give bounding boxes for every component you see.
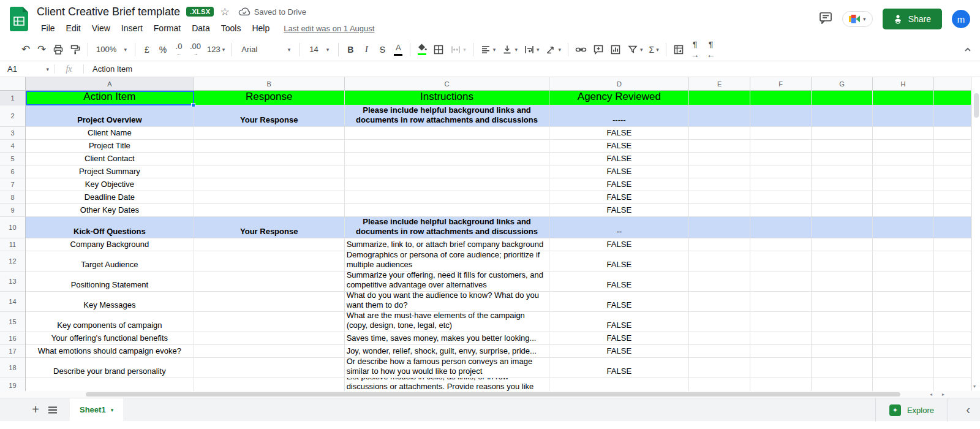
- cell-C14[interactable]: What do you want the audience to know? W…: [345, 292, 550, 312]
- cell-H17[interactable]: [873, 345, 934, 358]
- cell-B11[interactable]: [194, 238, 345, 251]
- row-header-9[interactable]: 9: [0, 204, 26, 217]
- menu-insert[interactable]: Insert: [117, 22, 147, 34]
- cell-H7[interactable]: [873, 178, 934, 191]
- insert-chart-icon[interactable]: [608, 42, 624, 58]
- strikethrough-icon[interactable]: S: [375, 42, 390, 58]
- cell-F14[interactable]: [750, 292, 812, 312]
- cell-E12[interactable]: [689, 251, 750, 271]
- cell-H1[interactable]: [873, 91, 934, 105]
- cell-E17[interactable]: [689, 345, 750, 358]
- cell-A14[interactable]: Key Messages: [26, 292, 194, 312]
- cell-C2[interactable]: Please include helpful background links …: [345, 105, 550, 127]
- cell-A17[interactable]: What emotions should campaign evoke?: [26, 345, 194, 358]
- cell-F11[interactable]: [750, 238, 812, 251]
- column-header-D[interactable]: D: [549, 77, 689, 91]
- cell-H18[interactable]: [873, 358, 934, 378]
- cell-E2[interactable]: [689, 105, 750, 127]
- cell-G16[interactable]: [812, 332, 873, 345]
- cell-H14[interactable]: [873, 292, 934, 312]
- cell-F17[interactable]: [750, 345, 812, 358]
- cell-D9[interactable]: FALSE: [549, 204, 689, 217]
- row-header-17[interactable]: 17: [0, 345, 26, 358]
- cell-X3[interactable]: [934, 127, 971, 140]
- cell-H5[interactable]: [873, 153, 934, 165]
- scroll-right-arrow[interactable]: ▸: [942, 392, 944, 397]
- cell-C12[interactable]: Demographics or persona of core audience…: [345, 251, 550, 271]
- cell-X18[interactable]: [934, 358, 971, 378]
- cell-D5[interactable]: FALSE: [549, 153, 689, 165]
- cell-C6[interactable]: [345, 165, 550, 178]
- cell-B18[interactable]: [194, 358, 345, 378]
- row-header-16[interactable]: 16: [0, 332, 26, 345]
- cell-G11[interactable]: [812, 238, 873, 251]
- cell-A12[interactable]: Target Audience: [26, 251, 194, 271]
- cell-H4[interactable]: [873, 140, 934, 153]
- row-header-14[interactable]: 14: [0, 292, 26, 312]
- cell-G9[interactable]: [812, 204, 873, 217]
- cell-E18[interactable]: [689, 358, 750, 378]
- sheets-logo-icon[interactable]: [9, 6, 29, 32]
- cell-F7[interactable]: [750, 178, 812, 191]
- cell-D17[interactable]: FALSE: [549, 345, 689, 358]
- cell-X17[interactable]: [934, 345, 971, 358]
- cell-G1[interactable]: [812, 91, 873, 105]
- scroll-down-arrow[interactable]: ▾: [973, 384, 976, 389]
- text-rotation-icon[interactable]: ▾: [543, 42, 564, 58]
- pivot-table-icon[interactable]: [671, 42, 687, 58]
- cell-E15[interactable]: [689, 312, 750, 332]
- cell-G19[interactable]: [812, 378, 873, 391]
- cell-H10[interactable]: [873, 217, 934, 238]
- cell-G2[interactable]: [812, 105, 873, 127]
- cell-G18[interactable]: [812, 358, 873, 378]
- cell-G12[interactable]: [812, 251, 873, 271]
- insert-link-icon[interactable]: [573, 42, 589, 58]
- share-button[interactable]: Share: [883, 9, 942, 29]
- column-header-C[interactable]: C: [345, 77, 550, 91]
- cell-D10[interactable]: --: [549, 217, 689, 238]
- cell-H8[interactable]: [873, 191, 934, 204]
- cell-X15[interactable]: [934, 312, 971, 332]
- cell-E4[interactable]: [689, 140, 750, 153]
- menu-format[interactable]: Format: [149, 22, 185, 34]
- fill-color-icon[interactable]: [415, 42, 429, 58]
- cell-A15[interactable]: Key components of campaign: [26, 312, 194, 332]
- cell-D3[interactable]: FALSE: [549, 127, 689, 140]
- font-size-select[interactable]: 14 ▾: [304, 42, 334, 58]
- cell-X13[interactable]: [934, 271, 971, 292]
- cell-A5[interactable]: Client Contact: [26, 153, 194, 165]
- cell-D13[interactable]: FALSE: [549, 271, 689, 292]
- cell-A2[interactable]: Project Overview: [26, 105, 194, 127]
- cell-C5[interactable]: [345, 153, 550, 165]
- cell-H16[interactable]: [873, 332, 934, 345]
- cell-A19[interactable]: [26, 378, 194, 391]
- cell-H6[interactable]: [873, 165, 934, 178]
- cell-H9[interactable]: [873, 204, 934, 217]
- column-header-G[interactable]: G: [812, 77, 873, 91]
- cell-C11[interactable]: Summarize, link to, or attach brief comp…: [345, 238, 550, 251]
- redo-icon[interactable]: ↷: [34, 42, 49, 58]
- cell-D1[interactable]: Agency Reviewed: [549, 91, 689, 105]
- cell-A11[interactable]: Company Background: [26, 238, 194, 251]
- cell-C10[interactable]: Please include helpful background links …: [345, 217, 550, 238]
- horizontal-scrollbar[interactable]: ◂ ▸: [0, 391, 980, 398]
- cell-C7[interactable]: [345, 178, 550, 191]
- cell-F8[interactable]: [750, 191, 812, 204]
- cell-G6[interactable]: [812, 165, 873, 178]
- scroll-left-arrow[interactable]: ◂: [930, 392, 932, 397]
- cell-D7[interactable]: FALSE: [549, 178, 689, 191]
- cell-C3[interactable]: [345, 127, 550, 140]
- cell-E10[interactable]: [689, 217, 750, 238]
- cell-E1[interactable]: [689, 91, 750, 105]
- cell-A16[interactable]: Your offering's functional benefits: [26, 332, 194, 345]
- cell-C18[interactable]: Or describe how a famous person conveys …: [345, 358, 550, 378]
- vertical-scrollbar-thumb[interactable]: [974, 93, 979, 118]
- cell-C17[interactable]: Joy, wonder, relief, shock, guilt, envy,…: [345, 345, 550, 358]
- cell-D14[interactable]: FALSE: [549, 292, 689, 312]
- cell-X1[interactable]: [934, 91, 971, 105]
- cell-B17[interactable]: [194, 345, 345, 358]
- cell-G5[interactable]: [812, 153, 873, 165]
- cell-C19[interactable]: List positive models in cells, as links,…: [345, 378, 550, 391]
- more-formats-button[interactable]: 123 ▾: [205, 42, 227, 58]
- cell-X16[interactable]: [934, 332, 971, 345]
